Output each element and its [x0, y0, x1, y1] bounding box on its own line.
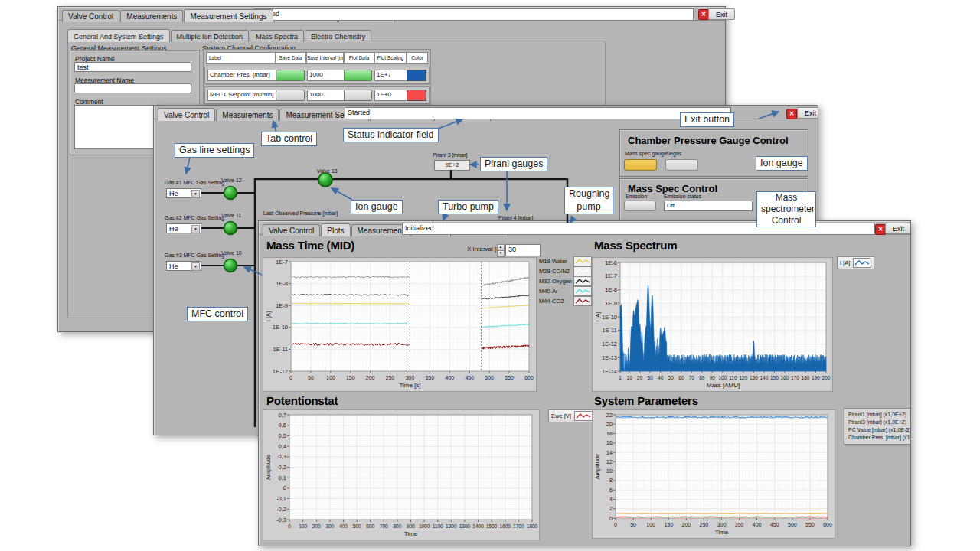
callout-roughing-pump: Roughing pump	[564, 187, 613, 214]
svg-text:Amplitude: Amplitude	[594, 454, 601, 479]
svg-text:10: 10	[606, 468, 612, 474]
svg-text:6: 6	[609, 487, 612, 494]
plot-scaling-input[interactable]: 1E+0	[374, 90, 408, 101]
column-header-save-data: Save Data	[275, 52, 306, 64]
svg-text:550: 550	[805, 522, 815, 527]
svg-text:2: 2	[609, 505, 612, 512]
callout-mass-spectrometer-control: Mass spectrometer Control	[756, 191, 816, 227]
svg-text:50: 50	[630, 522, 636, 527]
tab-valve-control[interactable]: Valve Control	[158, 108, 215, 121]
svg-text:0: 0	[288, 523, 291, 529]
svg-text:4: 4	[609, 496, 612, 503]
svg-text:-0,3: -0,3	[276, 517, 286, 523]
tab-measurements[interactable]: Measurements	[120, 10, 183, 22]
color-swatch[interactable]	[407, 70, 426, 81]
svg-text:200: 200	[312, 523, 321, 529]
callout-ion-gauge: Ion gauge	[351, 200, 403, 214]
svg-text:16: 16	[606, 439, 612, 446]
save-interval-input[interactable]: 1000	[307, 70, 345, 81]
svg-text:700: 700	[380, 523, 388, 529]
valve-13	[318, 173, 332, 187]
svg-text:1500: 1500	[486, 523, 498, 529]
system-parameters-legend: Pirani1 [mbar] (x1,0E+2) Pirani3 [mbar] …	[844, 408, 911, 445]
close-icon[interactable]: ✕	[698, 9, 709, 20]
svg-text:0,1: 0,1	[279, 474, 286, 481]
callout-status-field: Status indicator field	[343, 128, 439, 142]
valve-10	[224, 259, 237, 272]
svg-text:1100: 1100	[433, 523, 443, 529]
column-header-color: Color	[407, 52, 428, 64]
svg-text:8: 8	[609, 477, 612, 484]
mass-spectrum-legend: I [A]	[837, 256, 874, 269]
svg-text:0: 0	[614, 522, 617, 527]
plot-data-button[interactable]	[344, 70, 372, 81]
svg-text:0,2: 0,2	[279, 464, 286, 471]
callout-exit-button: Exit button	[680, 112, 734, 127]
subtab-general[interactable]: General And System Settings	[67, 29, 170, 42]
callout-turbo-pump: Turbo pump	[438, 200, 498, 214]
valve-12	[224, 187, 237, 200]
legend-label: PC Value [mbar] (x1,0E-3)	[848, 426, 911, 434]
svg-text:500: 500	[353, 523, 361, 529]
svg-text:1300: 1300	[459, 523, 471, 529]
legend-label: Pirani1 [mbar] (x1,0E+2)	[848, 411, 911, 419]
tab-plots[interactable]: Plots	[321, 223, 350, 236]
callout-gas-line-settings: Gas line settings	[175, 143, 254, 158]
svg-text:500: 500	[788, 522, 797, 527]
legend-line-sample	[853, 258, 871, 268]
svg-text:250: 250	[700, 522, 709, 527]
project-name-input[interactable]	[74, 62, 191, 72]
table-row: MFC1 Setpoint [ml/min] 1000 1E+0	[204, 86, 430, 104]
svg-text:0: 0	[283, 484, 286, 491]
svg-text:200: 200	[681, 522, 691, 527]
svg-text:1400: 1400	[472, 523, 484, 529]
callout-pirani-gauges: Pirani gauges	[480, 157, 547, 171]
svg-text:-0,2: -0,2	[276, 506, 286, 513]
svg-text:1700: 1700	[513, 523, 524, 529]
column-header-label: Label	[206, 52, 277, 64]
svg-text:1800: 1800	[527, 523, 538, 529]
plot-data-button[interactable]	[344, 90, 372, 101]
callout-mfc-control: MFC control	[187, 307, 248, 321]
save-data-button[interactable]	[276, 90, 305, 101]
column-header-plot-scaling: Plot Scaling	[374, 52, 407, 64]
color-swatch[interactable]	[407, 90, 426, 101]
close-icon[interactable]: ✕	[875, 224, 886, 235]
status-indicator-field: Started	[254, 8, 694, 21]
svg-text:600: 600	[823, 522, 832, 527]
measurement-name-input[interactable]	[74, 83, 191, 93]
save-data-button[interactable]	[276, 70, 305, 81]
callout-ion-gauge-2: Ion gauge	[756, 156, 808, 171]
svg-text:0,4: 0,4	[279, 443, 286, 450]
svg-text:200: 200	[822, 375, 831, 380]
channel-label[interactable]: MFC1 Setpoint [ml/min]	[207, 90, 276, 101]
svg-text:300: 300	[325, 523, 334, 529]
svg-text:0,3: 0,3	[279, 453, 286, 460]
svg-text:100: 100	[299, 523, 307, 529]
tab-measurement-settings[interactable]: Measurement Settings	[184, 9, 273, 22]
svg-text:1600: 1600	[500, 523, 511, 529]
svg-text:100: 100	[646, 522, 655, 527]
svg-text:Time: Time	[404, 530, 418, 537]
table-row: Chamber Pres. [mbar] 1000 1E+7	[204, 67, 430, 84]
svg-text:400: 400	[339, 523, 348, 529]
exit-button[interactable]: Exit	[708, 8, 735, 20]
exit-button[interactable]: Exit	[885, 223, 911, 234]
svg-text:12: 12	[606, 458, 612, 465]
svg-text:1000: 1000	[419, 523, 430, 529]
column-header-plot-data: Plot Data	[344, 52, 374, 64]
svg-text:0: 0	[609, 515, 612, 522]
svg-text:450: 450	[770, 522, 779, 527]
svg-text:-0,1: -0,1	[276, 495, 286, 502]
tab-valve-control[interactable]: Valve Control	[62, 10, 119, 22]
legend-label: I [A]	[840, 259, 850, 266]
channel-label[interactable]: Chamber Pres. [mbar]	[207, 70, 276, 81]
callout-tab-control: Tab control	[261, 132, 317, 146]
window-valve-control: Valve ControlMeasurementsMeasurement Set…	[153, 105, 818, 435]
svg-text:900: 900	[407, 523, 415, 529]
save-interval-input[interactable]: 1000	[307, 90, 345, 101]
svg-text:14: 14	[606, 449, 612, 456]
svg-text:Time: Time	[715, 529, 729, 536]
svg-text:600: 600	[366, 523, 374, 529]
plot-scaling-input[interactable]: 1E+7	[374, 70, 408, 81]
